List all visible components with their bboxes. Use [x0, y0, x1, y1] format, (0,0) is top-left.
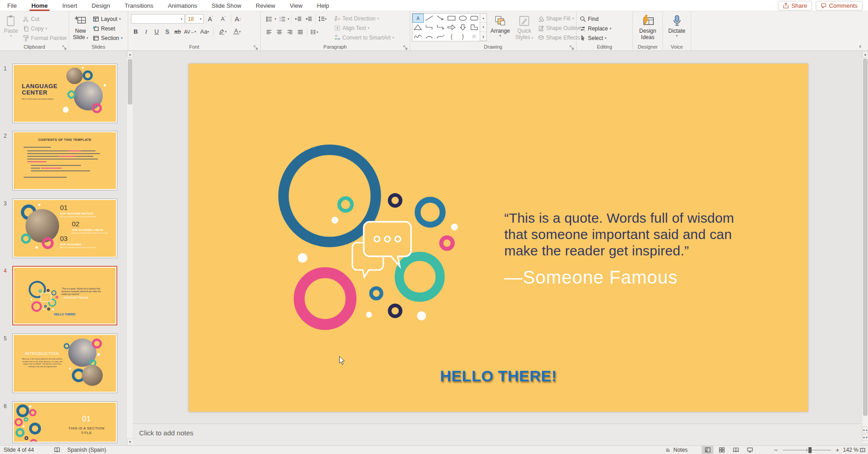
shape-arrow-line[interactable] [435, 14, 446, 23]
font-color-button[interactable]: A ▾ [230, 27, 244, 36]
tab-view[interactable]: View [282, 0, 310, 11]
shape-rounded-rectangle[interactable] [468, 14, 480, 23]
tab-design[interactable]: Design [85, 0, 117, 11]
shape-star[interactable]: ☆ [468, 32, 480, 41]
font-size-combobox[interactable]: 18▾ [186, 14, 204, 24]
fit-slide-to-window-button[interactable] [859, 446, 866, 454]
slide-show-button[interactable] [744, 446, 756, 454]
tab-transitions[interactable]: Transitions [117, 0, 161, 11]
replace-button[interactable]: bc Replace ▾ [578, 24, 613, 33]
convert-to-smartart-button[interactable]: Convert to SmartArt▾ [333, 33, 396, 42]
share-button[interactable]: Share [778, 1, 812, 10]
shape-triangle[interactable] [412, 23, 424, 32]
columns-button[interactable]: ▾ [309, 27, 319, 37]
tab-home[interactable]: Home [24, 0, 55, 11]
tab-file[interactable]: File [0, 0, 24, 11]
change-case-button[interactable]: Aa▾ [198, 27, 211, 36]
cut-button[interactable]: Cut [21, 14, 68, 24]
previous-slide-button[interactable]: ▲▲ [862, 426, 868, 433]
attribution-textbox[interactable]: —Someone Famous [504, 267, 678, 288]
shape-gallery-more-button[interactable]: ─▾ [480, 32, 487, 41]
slide-thumbnail-1[interactable]: LANGUAGE CENTER Here is where your prese… [12, 64, 117, 123]
slide-thumbnail-2[interactable]: CONTENTS OF THIS TEMPLATE [12, 131, 117, 190]
decrease-font-size-button[interactable]: Aˇ [217, 14, 229, 24]
thumbnail-scroll-down-button[interactable]: ▼ [127, 439, 133, 445]
shape-rectangle[interactable] [446, 14, 457, 23]
shape-curve[interactable] [435, 32, 446, 41]
zoom-slider-thumb[interactable] [808, 447, 812, 453]
align-text-button[interactable]: Align Text▾ [333, 23, 396, 33]
next-slide-button[interactable]: ▼▼ [862, 434, 868, 441]
numbering-button[interactable]: 123 [277, 14, 287, 24]
thumbnail-scrollbar-thumb[interactable] [128, 59, 132, 105]
zoom-slider[interactable] [783, 446, 831, 454]
font-name-combobox[interactable]: ▾ [131, 14, 185, 24]
bold-button[interactable]: B [131, 27, 140, 36]
new-slide-button[interactable]: New Slide ▾ [71, 13, 90, 40]
align-left-button[interactable] [264, 27, 274, 37]
slide-thumbnail-5[interactable]: INTRODUCTION Mercury is the closest plan… [12, 334, 117, 393]
tab-insert[interactable]: Insert [55, 0, 85, 11]
italic-button[interactable]: I [141, 27, 151, 36]
format-painter-button[interactable]: Format Painter [21, 33, 68, 43]
design-ideas-button[interactable]: Design Ideas [635, 13, 661, 40]
zoom-level-button[interactable]: 142 % [843, 446, 858, 454]
zoom-in-button[interactable]: + [836, 446, 839, 454]
strikethrough-button[interactable]: ab [173, 27, 182, 36]
shape-right-arrow[interactable] [446, 23, 457, 32]
text-shadow-button[interactable]: S [162, 27, 172, 36]
clear-formatting-button[interactable]: A◇ [233, 14, 243, 24]
comments-button[interactable]: Comments [816, 1, 863, 10]
editor-scroll-up-button[interactable]: ▲ [862, 51, 868, 58]
paste-button[interactable]: Paste ▾ [2, 13, 20, 37]
reset-button[interactable]: Reset [91, 24, 124, 33]
shape-elbow-arrow-connector[interactable] [435, 23, 446, 32]
notes-placeholder[interactable]: Click to add notes [139, 429, 193, 437]
layout-button[interactable]: Layout ▾ [91, 14, 124, 24]
normal-view-button[interactable] [702, 446, 713, 454]
line-spacing-button[interactable]: ▾ [317, 14, 327, 24]
collapse-ribbon-button[interactable]: ∧ [858, 44, 862, 49]
quote-textbox[interactable]: “This is a quote. Words full of wisdom t… [504, 210, 745, 259]
drawing-dialog-launcher[interactable] [570, 44, 575, 49]
section-button[interactable]: Section ▾ [91, 33, 124, 43]
shape-gallery-down-button[interactable]: ▾ [480, 23, 487, 32]
editor-vertical-scrollbar[interactable]: ▲ ▲▲ ▼▼ [862, 51, 868, 443]
arrange-button[interactable]: Arrange ▾ [488, 13, 512, 37]
slide-sorter-view-button[interactable] [716, 446, 728, 454]
tab-help[interactable]: Help [310, 0, 336, 11]
paragraph-dialog-launcher[interactable] [403, 44, 409, 49]
decrease-indent-button[interactable] [293, 14, 303, 24]
tab-review[interactable]: Review [249, 0, 283, 11]
slide-thumbnail-4-selected[interactable]: “This is a quote. Words full of wisdom t… [12, 266, 117, 325]
find-button[interactable]: Find [578, 14, 613, 24]
tab-slide-show[interactable]: Slide Show [204, 0, 248, 11]
shape-gallery[interactable]: A { } ☆ [412, 13, 480, 41]
shape-down-arrow[interactable] [457, 23, 469, 32]
slide-canvas[interactable]: “This is a quote. Words full of wisdom t… [189, 64, 808, 412]
underline-button[interactable]: U [152, 27, 161, 36]
select-button[interactable]: Select ▾ [578, 33, 613, 43]
editor-scrollbar-thumb[interactable] [863, 59, 868, 416]
shape-textbox[interactable]: A [412, 14, 424, 23]
clipboard-dialog-launcher[interactable] [62, 44, 68, 49]
align-center-button[interactable] [275, 27, 284, 37]
text-direction-button[interactable]: A Text Direction▾ [333, 14, 396, 23]
numbering-dropdown-icon[interactable]: ▾ [288, 17, 290, 20]
dictate-button[interactable]: Dictate ▾ [665, 13, 689, 37]
font-dialog-launcher[interactable] [254, 44, 259, 49]
shape-right-brace[interactable]: } [457, 32, 469, 41]
shape-scribble[interactable] [412, 32, 424, 41]
justify-button[interactable] [296, 27, 305, 37]
shape-gallery-up-button[interactable]: ▴ [480, 14, 487, 23]
character-spacing-button[interactable]: AV↔▾ [183, 27, 197, 36]
thumbnail-scroll-up-button[interactable]: ▲ [127, 51, 133, 58]
slide-thumbnail-6[interactable]: 01 THIS IS A SECTION TITLE [12, 401, 117, 443]
notes-toggle-button[interactable]: Notes [665, 446, 687, 454]
notes-pane[interactable]: Click to add notes [133, 424, 862, 445]
spell-check-indicator[interactable] [54, 446, 60, 454]
shape-l-shape[interactable] [468, 23, 480, 32]
zoom-out-button[interactable]: − [774, 446, 778, 454]
shape-elbow-connector[interactable] [424, 23, 435, 32]
thumbnail-panel-scrollbar[interactable]: ▲ ▼ [126, 51, 133, 445]
